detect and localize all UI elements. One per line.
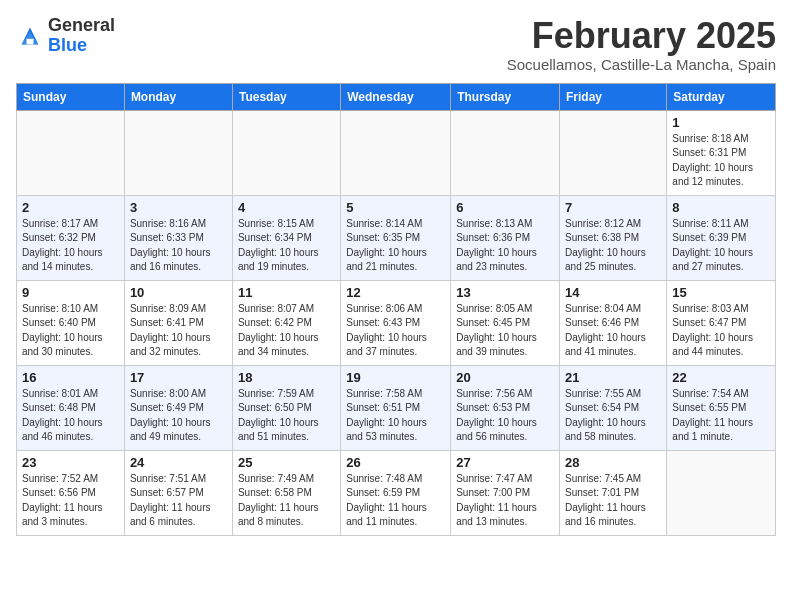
calendar-cell: 21Sunrise: 7:55 AMSunset: 6:54 PMDayligh…	[560, 365, 667, 450]
calendar-cell: 7Sunrise: 8:12 AMSunset: 6:38 PMDaylight…	[560, 195, 667, 280]
calendar-cell: 2Sunrise: 8:17 AMSunset: 6:32 PMDaylight…	[17, 195, 125, 280]
weekday-header-thursday: Thursday	[451, 83, 560, 110]
day-info: Sunrise: 8:00 AMSunset: 6:49 PMDaylight:…	[130, 387, 227, 445]
weekday-header-sunday: Sunday	[17, 83, 125, 110]
weekday-header-saturday: Saturday	[667, 83, 776, 110]
day-number: 21	[565, 370, 661, 385]
day-number: 22	[672, 370, 770, 385]
title-block: February 2025 Socuellamos, Castille-La M…	[507, 16, 776, 73]
day-info: Sunrise: 7:49 AMSunset: 6:58 PMDaylight:…	[238, 472, 335, 530]
calendar-cell: 18Sunrise: 7:59 AMSunset: 6:50 PMDayligh…	[232, 365, 340, 450]
day-number: 16	[22, 370, 119, 385]
calendar-cell: 10Sunrise: 8:09 AMSunset: 6:41 PMDayligh…	[124, 280, 232, 365]
calendar-table: SundayMondayTuesdayWednesdayThursdayFrid…	[16, 83, 776, 536]
logo: General Blue	[16, 16, 115, 56]
month-title: February 2025	[507, 16, 776, 56]
calendar-cell: 13Sunrise: 8:05 AMSunset: 6:45 PMDayligh…	[451, 280, 560, 365]
calendar-cell: 8Sunrise: 8:11 AMSunset: 6:39 PMDaylight…	[667, 195, 776, 280]
calendar-cell: 20Sunrise: 7:56 AMSunset: 6:53 PMDayligh…	[451, 365, 560, 450]
page-header: General Blue February 2025 Socuellamos, …	[16, 16, 776, 73]
calendar-cell: 23Sunrise: 7:52 AMSunset: 6:56 PMDayligh…	[17, 450, 125, 535]
calendar-cell: 25Sunrise: 7:49 AMSunset: 6:58 PMDayligh…	[232, 450, 340, 535]
day-info: Sunrise: 8:06 AMSunset: 6:43 PMDaylight:…	[346, 302, 445, 360]
logo-text: General Blue	[48, 16, 115, 56]
calendar-cell: 1Sunrise: 8:18 AMSunset: 6:31 PMDaylight…	[667, 110, 776, 195]
day-number: 1	[672, 115, 770, 130]
calendar-week-row: 23Sunrise: 7:52 AMSunset: 6:56 PMDayligh…	[17, 450, 776, 535]
calendar-week-row: 16Sunrise: 8:01 AMSunset: 6:48 PMDayligh…	[17, 365, 776, 450]
day-info: Sunrise: 8:04 AMSunset: 6:46 PMDaylight:…	[565, 302, 661, 360]
calendar-week-row: 2Sunrise: 8:17 AMSunset: 6:32 PMDaylight…	[17, 195, 776, 280]
day-number: 19	[346, 370, 445, 385]
day-number: 15	[672, 285, 770, 300]
day-info: Sunrise: 7:58 AMSunset: 6:51 PMDaylight:…	[346, 387, 445, 445]
calendar-cell	[451, 110, 560, 195]
day-number: 10	[130, 285, 227, 300]
day-info: Sunrise: 8:09 AMSunset: 6:41 PMDaylight:…	[130, 302, 227, 360]
day-number: 26	[346, 455, 445, 470]
weekday-header-friday: Friday	[560, 83, 667, 110]
calendar-cell	[124, 110, 232, 195]
day-number: 7	[565, 200, 661, 215]
calendar-cell: 9Sunrise: 8:10 AMSunset: 6:40 PMDaylight…	[17, 280, 125, 365]
calendar-cell: 28Sunrise: 7:45 AMSunset: 7:01 PMDayligh…	[560, 450, 667, 535]
weekday-header-tuesday: Tuesday	[232, 83, 340, 110]
day-number: 13	[456, 285, 554, 300]
day-info: Sunrise: 8:10 AMSunset: 6:40 PMDaylight:…	[22, 302, 119, 360]
day-info: Sunrise: 8:05 AMSunset: 6:45 PMDaylight:…	[456, 302, 554, 360]
calendar-cell: 22Sunrise: 7:54 AMSunset: 6:55 PMDayligh…	[667, 365, 776, 450]
day-info: Sunrise: 8:03 AMSunset: 6:47 PMDaylight:…	[672, 302, 770, 360]
calendar-cell: 6Sunrise: 8:13 AMSunset: 6:36 PMDaylight…	[451, 195, 560, 280]
day-info: Sunrise: 7:47 AMSunset: 7:00 PMDaylight:…	[456, 472, 554, 530]
day-info: Sunrise: 8:18 AMSunset: 6:31 PMDaylight:…	[672, 132, 770, 190]
calendar-cell	[667, 450, 776, 535]
calendar-week-row: 9Sunrise: 8:10 AMSunset: 6:40 PMDaylight…	[17, 280, 776, 365]
calendar-cell: 26Sunrise: 7:48 AMSunset: 6:59 PMDayligh…	[341, 450, 451, 535]
day-info: Sunrise: 8:11 AMSunset: 6:39 PMDaylight:…	[672, 217, 770, 275]
day-number: 17	[130, 370, 227, 385]
day-number: 9	[22, 285, 119, 300]
day-number: 20	[456, 370, 554, 385]
day-number: 5	[346, 200, 445, 215]
location-subtitle: Socuellamos, Castille-La Mancha, Spain	[507, 56, 776, 73]
day-number: 23	[22, 455, 119, 470]
day-info: Sunrise: 7:56 AMSunset: 6:53 PMDaylight:…	[456, 387, 554, 445]
calendar-cell: 16Sunrise: 8:01 AMSunset: 6:48 PMDayligh…	[17, 365, 125, 450]
day-info: Sunrise: 7:52 AMSunset: 6:56 PMDaylight:…	[22, 472, 119, 530]
calendar-cell: 27Sunrise: 7:47 AMSunset: 7:00 PMDayligh…	[451, 450, 560, 535]
day-number: 18	[238, 370, 335, 385]
calendar-cell: 4Sunrise: 8:15 AMSunset: 6:34 PMDaylight…	[232, 195, 340, 280]
day-number: 6	[456, 200, 554, 215]
day-number: 11	[238, 285, 335, 300]
day-info: Sunrise: 8:01 AMSunset: 6:48 PMDaylight:…	[22, 387, 119, 445]
day-info: Sunrise: 7:51 AMSunset: 6:57 PMDaylight:…	[130, 472, 227, 530]
day-info: Sunrise: 7:54 AMSunset: 6:55 PMDaylight:…	[672, 387, 770, 445]
day-info: Sunrise: 8:07 AMSunset: 6:42 PMDaylight:…	[238, 302, 335, 360]
calendar-cell: 14Sunrise: 8:04 AMSunset: 6:46 PMDayligh…	[560, 280, 667, 365]
calendar-cell: 11Sunrise: 8:07 AMSunset: 6:42 PMDayligh…	[232, 280, 340, 365]
calendar-cell: 19Sunrise: 7:58 AMSunset: 6:51 PMDayligh…	[341, 365, 451, 450]
day-info: Sunrise: 8:13 AMSunset: 6:36 PMDaylight:…	[456, 217, 554, 275]
day-number: 14	[565, 285, 661, 300]
day-number: 2	[22, 200, 119, 215]
logo-blue-text: Blue	[48, 36, 115, 56]
day-info: Sunrise: 8:17 AMSunset: 6:32 PMDaylight:…	[22, 217, 119, 275]
day-number: 4	[238, 200, 335, 215]
svg-rect-2	[27, 39, 34, 45]
day-info: Sunrise: 7:45 AMSunset: 7:01 PMDaylight:…	[565, 472, 661, 530]
calendar-cell: 15Sunrise: 8:03 AMSunset: 6:47 PMDayligh…	[667, 280, 776, 365]
logo-general-text: General	[48, 16, 115, 36]
calendar-cell: 12Sunrise: 8:06 AMSunset: 6:43 PMDayligh…	[341, 280, 451, 365]
day-number: 27	[456, 455, 554, 470]
day-info: Sunrise: 7:59 AMSunset: 6:50 PMDaylight:…	[238, 387, 335, 445]
day-info: Sunrise: 8:14 AMSunset: 6:35 PMDaylight:…	[346, 217, 445, 275]
day-info: Sunrise: 8:12 AMSunset: 6:38 PMDaylight:…	[565, 217, 661, 275]
day-number: 3	[130, 200, 227, 215]
day-info: Sunrise: 7:48 AMSunset: 6:59 PMDaylight:…	[346, 472, 445, 530]
calendar-cell	[17, 110, 125, 195]
calendar-cell	[232, 110, 340, 195]
weekday-header-wednesday: Wednesday	[341, 83, 451, 110]
calendar-cell: 5Sunrise: 8:14 AMSunset: 6:35 PMDaylight…	[341, 195, 451, 280]
day-number: 28	[565, 455, 661, 470]
day-number: 24	[130, 455, 227, 470]
